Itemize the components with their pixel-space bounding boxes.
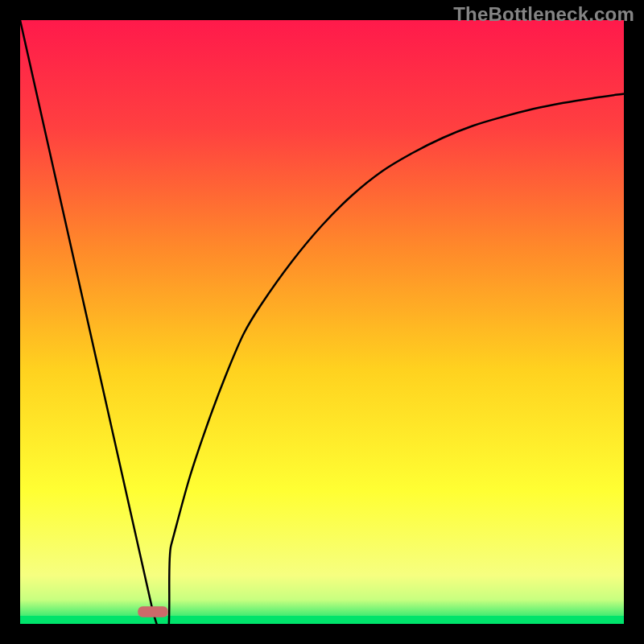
chart-frame: TheBottleneck.com xyxy=(0,0,644,644)
chart-svg xyxy=(0,0,644,644)
min-marker xyxy=(138,606,168,617)
plot-background xyxy=(20,20,624,624)
bottom-green-band xyxy=(20,616,624,624)
watermark-text: TheBottleneck.com xyxy=(453,3,634,26)
